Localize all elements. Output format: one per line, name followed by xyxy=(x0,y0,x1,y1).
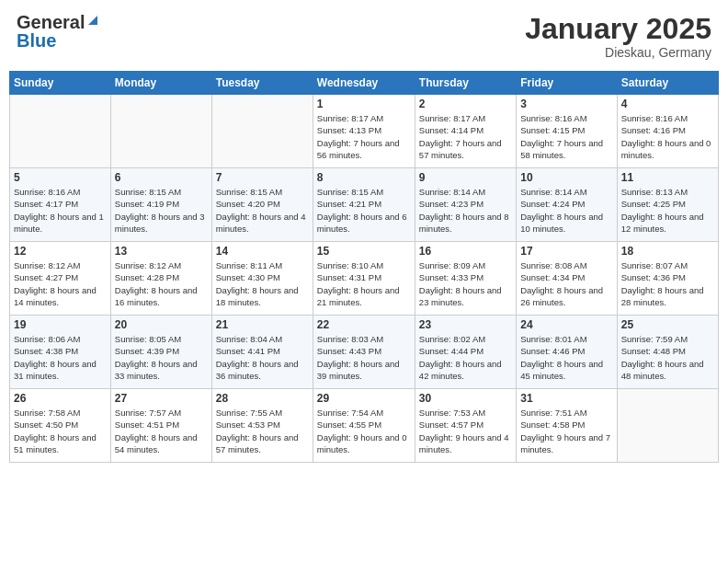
calendar-cell xyxy=(617,389,718,463)
day-number: 11 xyxy=(621,171,714,184)
day-number: 25 xyxy=(621,318,714,331)
day-info: Sunrise: 8:15 AM Sunset: 4:20 PM Dayligh… xyxy=(216,186,309,235)
day-info: Sunrise: 8:14 AM Sunset: 4:24 PM Dayligh… xyxy=(520,186,612,235)
title-area: January 2025 Dieskau, Germany xyxy=(525,13,711,60)
day-info: Sunrise: 8:04 AM Sunset: 4:41 PM Dayligh… xyxy=(216,333,309,382)
logo-icon xyxy=(86,14,99,27)
day-number: 3 xyxy=(520,98,612,110)
day-number: 18 xyxy=(621,245,714,258)
day-info: Sunrise: 8:01 AM Sunset: 4:46 PM Dayligh… xyxy=(520,333,612,382)
day-info: Sunrise: 8:09 AM Sunset: 4:33 PM Dayligh… xyxy=(419,259,512,308)
day-info: Sunrise: 8:12 AM Sunset: 4:27 PM Dayligh… xyxy=(14,259,107,308)
day-number: 15 xyxy=(317,245,411,258)
calendar-cell: 6Sunrise: 8:15 AM Sunset: 4:19 PM Daylig… xyxy=(110,168,211,242)
day-number: 14 xyxy=(216,245,309,258)
logo: General Blue xyxy=(17,13,99,50)
weekday-header-thursday: Thursday xyxy=(415,72,516,95)
calendar-cell: 28Sunrise: 7:55 AM Sunset: 4:53 PM Dayli… xyxy=(211,389,313,463)
day-info: Sunrise: 7:51 AM Sunset: 4:58 PM Dayligh… xyxy=(520,407,612,455)
day-info: Sunrise: 7:55 AM Sunset: 4:53 PM Dayligh… xyxy=(216,407,309,455)
calendar-cell: 17Sunrise: 8:08 AM Sunset: 4:34 PM Dayli… xyxy=(517,242,617,316)
day-number: 4 xyxy=(621,98,714,110)
calendar-cell: 26Sunrise: 7:58 AM Sunset: 4:50 PM Dayli… xyxy=(10,389,111,463)
day-number: 9 xyxy=(419,171,512,184)
day-number: 5 xyxy=(14,171,107,184)
day-number: 28 xyxy=(216,392,309,405)
calendar-cell: 25Sunrise: 7:59 AM Sunset: 4:48 PM Dayli… xyxy=(617,316,718,389)
calendar-cell: 9Sunrise: 8:14 AM Sunset: 4:23 PM Daylig… xyxy=(415,168,516,242)
day-number: 27 xyxy=(115,392,208,405)
day-info: Sunrise: 8:14 AM Sunset: 4:23 PM Dayligh… xyxy=(419,186,512,235)
calendar-cell: 14Sunrise: 8:11 AM Sunset: 4:30 PM Dayli… xyxy=(211,242,313,316)
day-info: Sunrise: 8:13 AM Sunset: 4:25 PM Dayligh… xyxy=(621,186,714,235)
logo-blue-text: Blue xyxy=(17,31,56,50)
calendar-cell: 30Sunrise: 7:53 AM Sunset: 4:57 PM Dayli… xyxy=(415,389,516,463)
day-number: 24 xyxy=(520,318,612,331)
location: Dieskau, Germany xyxy=(525,45,711,60)
calendar-cell: 5Sunrise: 8:16 AM Sunset: 4:17 PM Daylig… xyxy=(10,168,111,242)
day-number: 7 xyxy=(216,171,309,184)
calendar-cell: 7Sunrise: 8:15 AM Sunset: 4:20 PM Daylig… xyxy=(211,168,313,242)
day-info: Sunrise: 8:15 AM Sunset: 4:19 PM Dayligh… xyxy=(115,186,208,235)
day-number: 16 xyxy=(419,245,512,258)
day-number: 29 xyxy=(317,392,411,405)
calendar-table: SundayMondayTuesdayWednesdayThursdayFrid… xyxy=(9,71,719,463)
weekday-header-wednesday: Wednesday xyxy=(313,72,415,95)
calendar-cell: 29Sunrise: 7:54 AM Sunset: 4:55 PM Dayli… xyxy=(313,389,415,463)
day-info: Sunrise: 7:54 AM Sunset: 4:55 PM Dayligh… xyxy=(317,407,411,455)
day-number: 23 xyxy=(419,318,512,331)
day-number: 10 xyxy=(520,171,612,184)
page-header: General Blue January 2025 Dieskau, Germa… xyxy=(9,9,719,63)
day-info: Sunrise: 8:16 AM Sunset: 4:15 PM Dayligh… xyxy=(520,112,612,161)
day-info: Sunrise: 8:16 AM Sunset: 4:17 PM Dayligh… xyxy=(14,186,107,235)
calendar-cell xyxy=(10,95,111,168)
day-number: 13 xyxy=(115,245,208,258)
day-number: 2 xyxy=(419,98,512,110)
logo-general-text: General xyxy=(17,13,85,31)
day-info: Sunrise: 8:03 AM Sunset: 4:43 PM Dayligh… xyxy=(317,333,411,382)
day-number: 20 xyxy=(115,318,208,331)
day-number: 12 xyxy=(14,245,107,258)
day-number: 21 xyxy=(216,318,309,331)
weekday-header-tuesday: Tuesday xyxy=(211,72,313,95)
day-number: 6 xyxy=(115,171,208,184)
calendar-week-row: 19Sunrise: 8:06 AM Sunset: 4:38 PM Dayli… xyxy=(10,316,719,389)
svg-marker-0 xyxy=(88,16,97,25)
day-info: Sunrise: 8:17 AM Sunset: 4:13 PM Dayligh… xyxy=(317,112,411,161)
calendar-week-row: 26Sunrise: 7:58 AM Sunset: 4:50 PM Dayli… xyxy=(10,389,719,463)
day-info: Sunrise: 7:53 AM Sunset: 4:57 PM Dayligh… xyxy=(419,407,512,455)
day-info: Sunrise: 7:57 AM Sunset: 4:51 PM Dayligh… xyxy=(115,407,208,455)
calendar-week-row: 1Sunrise: 8:17 AM Sunset: 4:13 PM Daylig… xyxy=(10,95,719,168)
calendar-week-row: 5Sunrise: 8:16 AM Sunset: 4:17 PM Daylig… xyxy=(10,168,719,242)
day-info: Sunrise: 8:15 AM Sunset: 4:21 PM Dayligh… xyxy=(317,186,411,235)
calendar-cell: 16Sunrise: 8:09 AM Sunset: 4:33 PM Dayli… xyxy=(415,242,516,316)
calendar-cell xyxy=(211,95,313,168)
calendar-cell: 20Sunrise: 8:05 AM Sunset: 4:39 PM Dayli… xyxy=(110,316,211,389)
day-info: Sunrise: 8:06 AM Sunset: 4:38 PM Dayligh… xyxy=(14,333,107,382)
calendar-cell: 4Sunrise: 8:16 AM Sunset: 4:16 PM Daylig… xyxy=(617,95,718,168)
calendar-cell: 24Sunrise: 8:01 AM Sunset: 4:46 PM Dayli… xyxy=(517,316,617,389)
day-number: 8 xyxy=(317,171,411,184)
day-info: Sunrise: 8:17 AM Sunset: 4:14 PM Dayligh… xyxy=(419,112,512,161)
calendar-cell: 23Sunrise: 8:02 AM Sunset: 4:44 PM Dayli… xyxy=(415,316,516,389)
calendar-cell: 18Sunrise: 8:07 AM Sunset: 4:36 PM Dayli… xyxy=(617,242,718,316)
day-info: Sunrise: 8:10 AM Sunset: 4:31 PM Dayligh… xyxy=(317,259,411,308)
day-info: Sunrise: 7:58 AM Sunset: 4:50 PM Dayligh… xyxy=(14,407,107,455)
month-title: January 2025 xyxy=(525,13,711,45)
calendar-cell: 12Sunrise: 8:12 AM Sunset: 4:27 PM Dayli… xyxy=(10,242,111,316)
weekday-header-monday: Monday xyxy=(110,72,211,95)
day-number: 22 xyxy=(317,318,411,331)
calendar-week-row: 12Sunrise: 8:12 AM Sunset: 4:27 PM Dayli… xyxy=(10,242,719,316)
day-info: Sunrise: 8:08 AM Sunset: 4:34 PM Dayligh… xyxy=(520,259,612,308)
calendar-cell: 19Sunrise: 8:06 AM Sunset: 4:38 PM Dayli… xyxy=(10,316,111,389)
calendar-cell: 31Sunrise: 7:51 AM Sunset: 4:58 PM Dayli… xyxy=(517,389,617,463)
day-info: Sunrise: 8:16 AM Sunset: 4:16 PM Dayligh… xyxy=(621,112,714,161)
weekday-header-saturday: Saturday xyxy=(617,72,718,95)
day-info: Sunrise: 8:07 AM Sunset: 4:36 PM Dayligh… xyxy=(621,259,714,308)
day-number: 31 xyxy=(520,392,612,405)
calendar-cell: 2Sunrise: 8:17 AM Sunset: 4:14 PM Daylig… xyxy=(415,95,516,168)
day-info: Sunrise: 8:12 AM Sunset: 4:28 PM Dayligh… xyxy=(115,259,208,308)
calendar-cell: 10Sunrise: 8:14 AM Sunset: 4:24 PM Dayli… xyxy=(517,168,617,242)
day-number: 19 xyxy=(14,318,107,331)
day-number: 26 xyxy=(14,392,107,405)
